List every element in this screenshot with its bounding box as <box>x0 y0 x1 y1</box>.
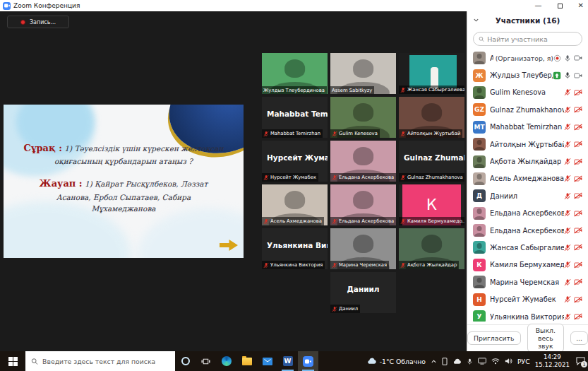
video-tile[interactable]: Жулдыз Тлеубердинова <box>262 53 328 94</box>
more-options-button[interactable]: ... <box>570 331 588 345</box>
mic-muted-icon[interactable] <box>332 218 337 225</box>
participant-row[interactable]: Ельдана Аскербекова <box>467 222 588 239</box>
edge-button[interactable] <box>216 351 236 371</box>
camera-off-icon[interactable] <box>574 158 582 165</box>
participant-search[interactable] <box>473 32 582 46</box>
participant-row[interactable]: GZGulnaz Zhumakhanova <box>467 101 588 118</box>
mic-muted-icon[interactable] <box>564 192 571 200</box>
mic-muted-icon[interactable] <box>564 209 571 217</box>
mic-muted-icon[interactable] <box>564 313 571 321</box>
mic-muted-icon[interactable] <box>564 123 571 131</box>
network-icon[interactable] <box>491 358 500 365</box>
recording-indicator-button[interactable]: Запись... <box>7 16 69 28</box>
display-icon[interactable] <box>478 358 486 365</box>
video-tile[interactable]: ККамиля Бермухамедо... <box>399 184 464 225</box>
mic-muted-icon[interactable] <box>332 306 337 312</box>
camera-off-icon[interactable] <box>574 210 582 217</box>
taskbar-clock[interactable]: 14:29 15.12.2021 <box>535 353 570 369</box>
participant-row[interactable]: ДДаниил <box>467 187 588 204</box>
video-tile[interactable]: Ульянкина Вик...Ульянкина Виктория <box>262 228 328 269</box>
camera-off-icon[interactable] <box>574 141 582 148</box>
camera-off-icon[interactable] <box>574 89 582 96</box>
video-tile[interactable]: Марина Черемская <box>330 228 396 269</box>
video-tile[interactable]: Gulim Kenesova <box>330 97 396 138</box>
mic-muted-icon[interactable] <box>564 261 571 269</box>
word-button[interactable]: W <box>277 351 298 371</box>
participant-row[interactable]: Assem Sabit...(Организатор, я) <box>467 49 588 66</box>
mic-muted-icon[interactable] <box>564 106 571 114</box>
mic-muted-icon[interactable] <box>400 262 406 269</box>
participant-search-input[interactable] <box>487 35 577 43</box>
mic-muted-icon[interactable] <box>263 175 269 181</box>
file-explorer-button[interactable] <box>236 351 257 371</box>
microphone-icon[interactable] <box>467 358 473 365</box>
participant-row[interactable]: Ельдана Аскербекова <box>467 205 588 222</box>
mic-muted-icon[interactable] <box>400 131 406 137</box>
video-tile[interactable]: Mahabbat Temi...Mahabbat Temirzhan <box>262 97 328 138</box>
participant-row[interactable]: Gulim Kenesova <box>467 84 588 101</box>
onedrive-icon[interactable] <box>452 358 462 365</box>
camera-off-icon[interactable] <box>574 192 582 199</box>
mic-muted-icon[interactable] <box>564 175 571 182</box>
notification-center-button[interactable]: 1 <box>575 356 586 366</box>
mic-muted-icon[interactable] <box>332 262 337 269</box>
video-tile[interactable]: Нурсейт Жума...Нурсейт Жумабек <box>262 141 328 182</box>
camera-off-icon[interactable] <box>574 296 582 303</box>
camera-off-icon[interactable] <box>574 124 582 131</box>
mic-muted-icon[interactable] <box>564 227 571 235</box>
video-tile[interactable]: Ақбота Жылқайдар <box>399 228 464 269</box>
mic-muted-icon[interactable] <box>332 131 337 137</box>
weather-widget[interactable]: -1°C Облачно <box>366 358 426 365</box>
mic-muted-icon[interactable] <box>564 88 571 96</box>
speaker-icon[interactable] <box>505 358 512 365</box>
video-tile[interactable]: Ельдана Аскербекова <box>330 141 396 182</box>
camera-icon[interactable] <box>574 72 582 79</box>
camera-off-icon[interactable] <box>574 278 582 285</box>
mic-muted-icon[interactable] <box>564 295 571 303</box>
close-button[interactable]: ✕ <box>578 2 584 9</box>
video-tile[interactable]: ДаниилДаниил <box>330 272 396 313</box>
mic-muted-icon[interactable] <box>564 244 571 252</box>
mic-muted-icon[interactable] <box>564 141 571 148</box>
mute-all-button[interactable]: Выкл. весь звук <box>527 324 565 353</box>
participant-row[interactable]: ЖЖулдыз Тлеубердинова <box>467 66 588 83</box>
mic-muted-icon[interactable] <box>400 218 406 225</box>
maximize-button[interactable] <box>558 4 563 8</box>
mic-muted-icon[interactable] <box>263 262 269 269</box>
mic-icon[interactable] <box>564 54 571 62</box>
video-tile[interactable]: Асель Ахмеджанова <box>262 184 328 225</box>
participant-row[interactable]: Асель Ахмеджанова <box>467 170 588 187</box>
video-tile[interactable]: Gulnaz Zhumak...Gulnaz Zhumakhanova <box>399 141 464 182</box>
participant-row[interactable]: ККамиля Бермухамедова <box>467 257 588 273</box>
cortana-button[interactable] <box>175 351 196 371</box>
participant-row[interactable]: ННурсейт Жумабек <box>467 290 588 307</box>
video-tile[interactable]: Айтолқын Жұртыбай <box>399 97 464 138</box>
camera-off-icon[interactable] <box>574 313 582 320</box>
mic-muted-icon[interactable] <box>400 175 406 181</box>
camera-off-icon[interactable] <box>574 227 582 234</box>
zoom-taskbar-button[interactable] <box>298 351 318 371</box>
participant-row[interactable]: Марина Черемская <box>467 273 588 290</box>
taskbar-search-input[interactable] <box>42 358 169 365</box>
chevron-down-icon[interactable] <box>473 16 479 25</box>
video-tile[interactable]: Жансая Сабырғалиева <box>399 53 464 94</box>
participant-row[interactable]: Ақбота Жылқайдар <box>467 153 588 170</box>
taskbar-search[interactable] <box>25 351 175 371</box>
mic-muted-icon[interactable] <box>263 131 269 137</box>
mic-muted-icon[interactable] <box>564 278 571 286</box>
start-button[interactable] <box>0 351 25 371</box>
chevron-up-icon[interactable] <box>431 358 437 365</box>
participant-row[interactable]: MTMahabbat Temirzhan <box>467 119 588 136</box>
participant-row[interactable]: УУльянкина Виктория <box>467 308 588 322</box>
video-tile[interactable]: Ельдана Аскербекова <box>330 184 396 225</box>
mic-icon[interactable] <box>564 71 571 79</box>
task-view-button[interactable] <box>196 351 216 371</box>
camera-off-icon[interactable] <box>574 244 582 251</box>
camera-off-icon[interactable] <box>574 106 582 113</box>
mail-button[interactable] <box>257 351 277 371</box>
participant-row[interactable]: Айтолқын Жұртыбай <box>467 136 588 153</box>
video-tile[interactable]: Assem Sabitkyzy <box>330 53 396 94</box>
camera-off-icon[interactable] <box>574 261 582 269</box>
minimize-button[interactable]: — <box>535 2 542 9</box>
mic-muted-icon[interactable] <box>332 175 337 181</box>
